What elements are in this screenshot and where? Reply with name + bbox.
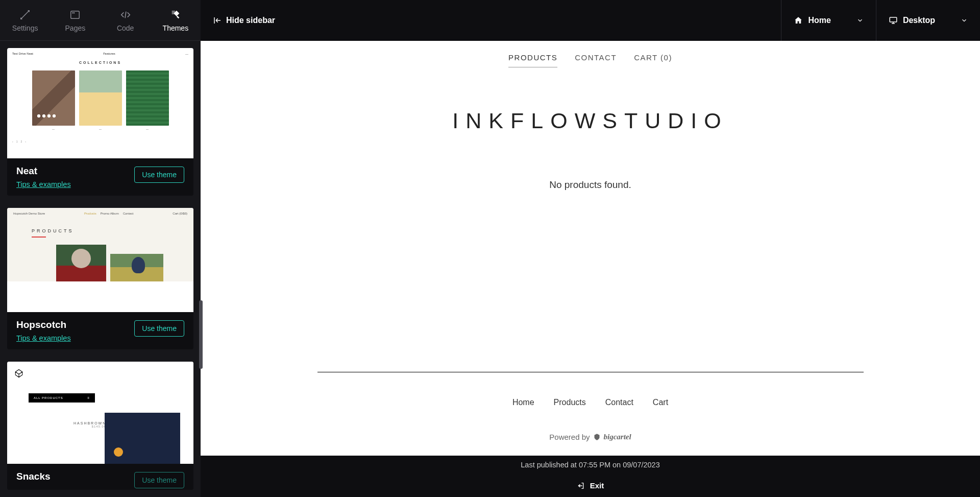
preview-image [32, 70, 75, 126]
themes-icon [169, 9, 182, 21]
desktop-icon [889, 16, 898, 25]
theme-preview[interactable]: ALL PRODUCTS≡ HASHBROWN $145.00 [7, 362, 193, 464]
sidebar: Settings Pages Code Themes [0, 0, 201, 497]
theme-list[interactable]: Test Drive Neat Features ⋯ COLLECTIONS —… [0, 41, 201, 497]
powered-by[interactable]: Powered by bigcartel [201, 433, 980, 456]
scrollbar-thumb[interactable] [199, 300, 203, 369]
exit-icon [577, 482, 585, 490]
preview-image [126, 70, 169, 126]
tab-label: Pages [65, 24, 86, 32]
powered-by-brand: bigcartel [604, 433, 631, 441]
code-icon [119, 9, 132, 21]
svg-point-2 [74, 12, 75, 13]
svg-rect-3 [890, 17, 897, 22]
theme-tips-link[interactable]: Tips & examples [16, 180, 71, 188]
theme-name: Hopscotch [16, 319, 71, 330]
footer-link-cart[interactable]: Cart [653, 398, 668, 407]
tab-code[interactable]: Code [101, 0, 151, 40]
tab-label: Settings [12, 24, 38, 32]
shop-nav-contact[interactable]: CONTACT [575, 53, 617, 67]
preview-heading: COLLECTIONS [12, 61, 188, 64]
tab-settings[interactable]: Settings [0, 0, 50, 40]
theme-preview[interactable]: Test Drive Neat Features ⋯ COLLECTIONS —… [7, 48, 193, 158]
footer-link-products[interactable]: Products [554, 398, 586, 407]
preview-text: Hopscotch Demo Store [13, 212, 45, 215]
device-selector-label: Desktop [903, 16, 935, 25]
chevron-down-icon [856, 17, 864, 24]
theme-preview[interactable]: Hopscotch Demo Store Products Promo Albu… [7, 208, 193, 312]
theme-card-snacks: ALL PRODUCTS≡ HASHBROWN $145.00 Snacks U… [7, 362, 193, 490]
theme-name: Snacks [16, 471, 51, 482]
footer-link-contact[interactable]: Contact [605, 398, 633, 407]
preview-image [105, 413, 180, 464]
exit-button[interactable]: Exit [201, 474, 980, 497]
theme-name: Neat [16, 165, 71, 177]
page-selector-label: Home [808, 16, 830, 25]
pages-icon [69, 9, 81, 21]
home-icon [794, 16, 803, 25]
page-selector[interactable]: Home [781, 0, 875, 41]
settings-icon [19, 9, 31, 21]
svg-rect-0 [71, 11, 80, 18]
tab-pages[interactable]: Pages [50, 0, 100, 40]
theme-card-neat: Test Drive Neat Features ⋯ COLLECTIONS —… [7, 48, 193, 196]
preview-nav: Products Promo Album Contact [84, 212, 133, 215]
shop-empty-message: No products found. [201, 179, 980, 191]
footer-link-home[interactable]: Home [512, 398, 534, 407]
preview-bar: ALL PRODUCTS≡ [29, 393, 95, 403]
use-theme-button[interactable]: Use theme [134, 472, 184, 488]
exit-label: Exit [590, 481, 604, 490]
tab-label: Code [117, 24, 134, 32]
shop-nav: PRODUCTS CONTACT CART (0) [201, 41, 980, 73]
topbar: Hide sidebar Home Desktop [201, 0, 980, 41]
shop-nav-cart[interactable]: CART (0) [634, 53, 672, 67]
publish-status: Last published at 07:55 PM on 09/07/2023 [201, 456, 980, 474]
main: Hide sidebar Home Desktop PRODUCTS CONTA… [201, 0, 980, 497]
device-selector[interactable]: Desktop [876, 0, 980, 41]
sidebar-tabs: Settings Pages Code Themes [0, 0, 201, 41]
preview-logo-icon [14, 369, 23, 378]
svg-point-1 [72, 12, 73, 13]
preview-text: Cart (0/$0) [173, 212, 187, 215]
tab-themes[interactable]: Themes [151, 0, 201, 40]
preview-text: Features [103, 52, 115, 56]
theme-tips-link[interactable]: Tips & examples [16, 334, 71, 342]
powered-by-label: Powered by [549, 433, 590, 441]
shop-title: INKFLOWSTUDIO [201, 108, 980, 133]
theme-card-hopscotch: Hopscotch Demo Store Products Promo Albu… [7, 208, 193, 349]
preview-frame: PRODUCTS CONTACT CART (0) INKFLOWSTUDIO … [201, 41, 980, 456]
preview-text: Test Drive Neat [12, 52, 33, 56]
shop-footer-links: Home Products Contact Cart [201, 372, 980, 433]
preview-product-label: HASHBROWN $145.00 [74, 421, 106, 428]
shop-nav-products[interactable]: PRODUCTS [508, 53, 557, 67]
tab-label: Themes [163, 24, 189, 32]
preview-heading: PRODUCTS [7, 219, 193, 236]
preview-image [79, 70, 122, 126]
preview-text: ⋯ [185, 52, 188, 56]
bigcartel-icon [593, 433, 601, 441]
collapse-left-icon [213, 16, 222, 25]
chevron-down-icon [961, 17, 968, 24]
use-theme-button[interactable]: Use theme [134, 167, 184, 183]
use-theme-button[interactable]: Use theme [134, 320, 184, 337]
hide-sidebar-button[interactable]: Hide sidebar [201, 0, 287, 41]
hide-sidebar-label: Hide sidebar [226, 16, 275, 25]
